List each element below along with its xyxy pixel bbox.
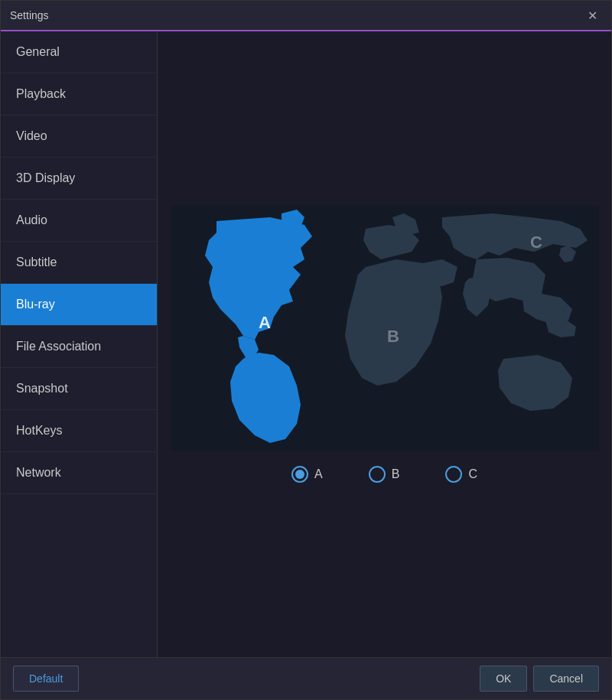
world-map-svg: A B — [171, 206, 599, 451]
sidebar-item-audio[interactable]: Audio — [1, 200, 157, 242]
region-label-a: A — [314, 467, 323, 481]
sidebar-item-network[interactable]: Network — [1, 452, 157, 494]
settings-window: Settings ✕ General Playback Video 3D Dis… — [0, 0, 612, 700]
region-option-b[interactable]: B — [369, 466, 400, 483]
svg-text:A: A — [259, 313, 271, 332]
region-buttons: A B C — [291, 466, 477, 483]
world-map-container: A B — [173, 54, 596, 634]
main-content: A B — [158, 31, 611, 657]
region-option-a[interactable]: A — [291, 466, 323, 483]
sidebar-item-bluray[interactable]: Blu-ray — [1, 284, 157, 326]
svg-text:B: B — [387, 327, 399, 346]
content-area: General Playback Video 3D Display Audio … — [1, 31, 611, 657]
region-label-c: C — [468, 467, 477, 481]
sidebar-item-general[interactable]: General — [1, 31, 157, 73]
region-option-c[interactable]: C — [445, 466, 477, 483]
footer-right-buttons: OK Cancel — [480, 666, 599, 692]
sidebar-item-file-association[interactable]: File Association — [1, 326, 157, 368]
sidebar-item-3d-display[interactable]: 3D Display — [1, 158, 157, 200]
ok-button[interactable]: OK — [480, 666, 527, 692]
sidebar-item-snapshot[interactable]: Snapshot — [1, 368, 157, 410]
radio-b[interactable] — [369, 466, 386, 483]
sidebar-item-video[interactable]: Video — [1, 116, 157, 158]
cancel-button[interactable]: Cancel — [533, 666, 599, 692]
svg-text:C: C — [530, 233, 542, 252]
region-label-b: B — [392, 467, 400, 481]
radio-c[interactable] — [445, 466, 462, 483]
sidebar: General Playback Video 3D Display Audio … — [1, 31, 158, 657]
sidebar-item-subtitle[interactable]: Subtitle — [1, 242, 157, 284]
radio-a[interactable] — [291, 466, 308, 483]
sidebar-item-playback[interactable]: Playback — [1, 73, 157, 116]
window-title: Settings — [10, 9, 49, 21]
title-bar: Settings ✕ — [1, 1, 611, 31]
close-button[interactable]: ✕ — [583, 7, 602, 24]
sidebar-item-hotkeys[interactable]: HotKeys — [1, 410, 157, 452]
default-button[interactable]: Default — [13, 666, 79, 692]
world-map: A B — [171, 206, 599, 451]
footer: Default OK Cancel — [1, 657, 611, 699]
